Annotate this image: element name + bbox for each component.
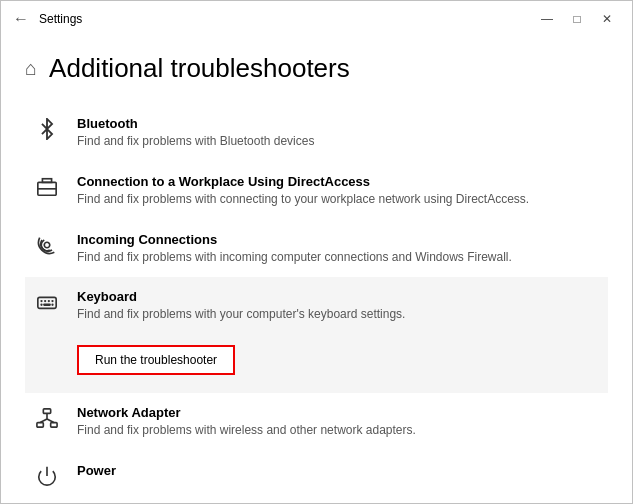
network-icon: [33, 405, 61, 429]
item-title-bluetooth: Bluetooth: [77, 116, 600, 131]
item-header-power: Power: [33, 463, 600, 487]
svg-rect-4: [38, 298, 56, 309]
item-text-power: Power: [77, 463, 600, 480]
item-header-directaccess: Connection to a Workplace Using DirectAc…: [33, 174, 600, 208]
troubleshooter-item-keyboard[interactable]: Keyboard Find and fix problems with your…: [25, 277, 608, 393]
item-header-incoming: Incoming Connections Find and fix proble…: [33, 232, 600, 266]
workplace-icon: [33, 174, 61, 198]
page-title-container: ⌂ Additional troubleshooters: [25, 53, 608, 84]
svg-line-16: [40, 419, 47, 423]
svg-line-17: [47, 419, 54, 423]
item-text-network: Network Adapter Find and fix problems wi…: [77, 405, 600, 439]
bluetooth-icon: [33, 116, 61, 140]
svg-point-3: [44, 242, 50, 248]
item-header-bluetooth: Bluetooth Find and fix problems with Blu…: [33, 116, 600, 150]
back-button[interactable]: ←: [13, 10, 29, 28]
item-text-directaccess: Connection to a Workplace Using DirectAc…: [77, 174, 600, 208]
item-header-network: Network Adapter Find and fix problems wi…: [33, 405, 600, 439]
item-text-incoming: Incoming Connections Find and fix proble…: [77, 232, 600, 266]
settings-window: ← Settings — □ ✕ ⌂ Additional troublesho…: [0, 0, 633, 504]
svg-rect-12: [43, 409, 50, 414]
item-desc-keyboard: Find and fix problems with your computer…: [77, 306, 600, 323]
troubleshooter-item-incoming[interactable]: Incoming Connections Find and fix proble…: [25, 220, 608, 278]
svg-rect-14: [51, 423, 57, 428]
run-troubleshooter-button[interactable]: Run the troubleshooter: [77, 345, 235, 375]
power-icon: [33, 463, 61, 487]
troubleshooter-item-bluetooth[interactable]: Bluetooth Find and fix problems with Blu…: [25, 104, 608, 162]
item-desc-incoming: Find and fix problems with incoming comp…: [77, 249, 600, 266]
item-title-keyboard: Keyboard: [77, 289, 600, 304]
item-header-keyboard: Keyboard Find and fix problems with your…: [33, 289, 600, 323]
title-bar-left: ← Settings: [13, 10, 82, 28]
incoming-icon: [33, 232, 61, 256]
title-bar-controls: — □ ✕: [534, 9, 620, 29]
minimize-button[interactable]: —: [534, 9, 560, 29]
window-title: Settings: [39, 12, 82, 26]
troubleshooter-item-directaccess[interactable]: Connection to a Workplace Using DirectAc…: [25, 162, 608, 220]
run-btn-container: Run the troubleshooter: [33, 339, 600, 381]
item-text-keyboard: Keyboard Find and fix problems with your…: [77, 289, 600, 323]
item-title-incoming: Incoming Connections: [77, 232, 600, 247]
maximize-button[interactable]: □: [564, 9, 590, 29]
item-title-power: Power: [77, 463, 600, 478]
item-text-bluetooth: Bluetooth Find and fix problems with Blu…: [77, 116, 600, 150]
home-icon: ⌂: [25, 57, 37, 80]
item-desc-network: Find and fix problems with wireless and …: [77, 422, 600, 439]
troubleshooter-item-power[interactable]: Power: [25, 451, 608, 499]
item-title-directaccess: Connection to a Workplace Using DirectAc…: [77, 174, 600, 189]
title-bar: ← Settings — □ ✕: [1, 1, 632, 37]
main-content: ⌂ Additional troubleshooters Bluetooth F…: [1, 37, 632, 503]
svg-rect-1: [42, 179, 51, 183]
troubleshooter-list: Bluetooth Find and fix problems with Blu…: [25, 104, 608, 499]
item-title-network: Network Adapter: [77, 405, 600, 420]
troubleshooter-item-network[interactable]: Network Adapter Find and fix problems wi…: [25, 393, 608, 451]
item-desc-bluetooth: Find and fix problems with Bluetooth dev…: [77, 133, 600, 150]
svg-rect-13: [37, 423, 43, 428]
item-desc-directaccess: Find and fix problems with connecting to…: [77, 191, 600, 208]
keyboard-icon: [33, 289, 61, 313]
close-button[interactable]: ✕: [594, 9, 620, 29]
page-title: Additional troubleshooters: [49, 53, 350, 84]
